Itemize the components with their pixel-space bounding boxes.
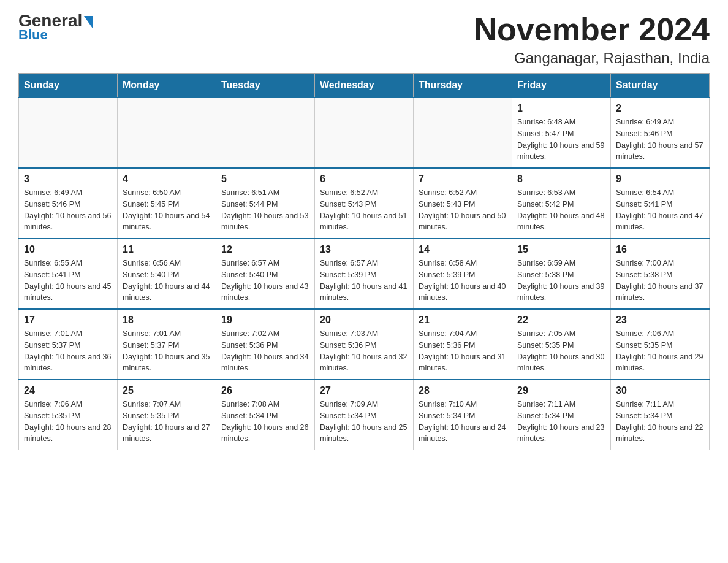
day-number: 3: [24, 174, 112, 185]
day-info: Sunrise: 7:01 AMSunset: 5:37 PMDaylight:…: [24, 328, 112, 374]
day-info: Sunrise: 7:10 AMSunset: 5:34 PMDaylight:…: [419, 399, 507, 445]
day-cell: [315, 98, 414, 168]
day-info: Sunrise: 7:02 AMSunset: 5:36 PMDaylight:…: [221, 328, 309, 374]
day-info: Sunrise: 6:59 AMSunset: 5:38 PMDaylight:…: [517, 258, 605, 304]
day-info: Sunrise: 7:04 AMSunset: 5:36 PMDaylight:…: [419, 328, 507, 374]
day-info: Sunrise: 7:07 AMSunset: 5:35 PMDaylight:…: [123, 399, 211, 445]
week-row-5: 24Sunrise: 7:06 AMSunset: 5:35 PMDayligh…: [19, 380, 710, 450]
day-number: 13: [320, 244, 408, 255]
page-subtitle: Ganganagar, Rajasthan, India: [474, 50, 710, 67]
day-info: Sunrise: 7:08 AMSunset: 5:34 PMDaylight:…: [221, 399, 309, 445]
day-cell: 8Sunrise: 6:53 AMSunset: 5:42 PMDaylight…: [512, 168, 611, 239]
day-info: Sunrise: 6:54 AMSunset: 5:41 PMDaylight:…: [616, 187, 704, 233]
day-info: Sunrise: 6:48 AMSunset: 5:47 PMDaylight:…: [517, 117, 605, 163]
day-number: 14: [419, 244, 507, 255]
day-info: Sunrise: 7:11 AMSunset: 5:34 PMDaylight:…: [517, 399, 605, 445]
day-info: Sunrise: 7:05 AMSunset: 5:35 PMDaylight:…: [517, 328, 605, 374]
day-info: Sunrise: 7:03 AMSunset: 5:36 PMDaylight:…: [320, 328, 408, 374]
day-cell: 23Sunrise: 7:06 AMSunset: 5:35 PMDayligh…: [611, 309, 710, 380]
day-cell: 6Sunrise: 6:52 AMSunset: 5:43 PMDaylight…: [315, 168, 414, 239]
day-info: Sunrise: 6:52 AMSunset: 5:43 PMDaylight:…: [419, 187, 507, 233]
day-cell: 20Sunrise: 7:03 AMSunset: 5:36 PMDayligh…: [315, 309, 414, 380]
day-info: Sunrise: 6:49 AMSunset: 5:46 PMDaylight:…: [24, 187, 112, 233]
day-number: 15: [517, 244, 605, 255]
day-info: Sunrise: 6:52 AMSunset: 5:43 PMDaylight:…: [320, 187, 408, 233]
title-block: November 2024 Ganganagar, Rajasthan, Ind…: [474, 12, 710, 67]
day-info: Sunrise: 7:06 AMSunset: 5:35 PMDaylight:…: [616, 328, 704, 374]
day-cell: 30Sunrise: 7:11 AMSunset: 5:34 PMDayligh…: [611, 380, 710, 450]
day-info: Sunrise: 6:58 AMSunset: 5:39 PMDaylight:…: [419, 258, 507, 304]
week-row-3: 10Sunrise: 6:55 AMSunset: 5:41 PMDayligh…: [19, 239, 710, 309]
day-number: 27: [320, 385, 408, 396]
day-cell: [19, 98, 118, 168]
page-header: General Blue November 2024 Ganganagar, R…: [18, 12, 710, 67]
day-cell: 10Sunrise: 6:55 AMSunset: 5:41 PMDayligh…: [19, 239, 118, 309]
day-cell: 28Sunrise: 7:10 AMSunset: 5:34 PMDayligh…: [414, 380, 512, 450]
day-cell: 12Sunrise: 6:57 AMSunset: 5:40 PMDayligh…: [216, 239, 315, 309]
day-header-monday: Monday: [118, 74, 216, 98]
day-number: 19: [221, 315, 309, 326]
day-info: Sunrise: 6:53 AMSunset: 5:42 PMDaylight:…: [517, 187, 605, 233]
day-info: Sunrise: 7:01 AMSunset: 5:37 PMDaylight:…: [123, 328, 211, 374]
day-number: 12: [221, 244, 309, 255]
day-cell: 26Sunrise: 7:08 AMSunset: 5:34 PMDayligh…: [216, 380, 315, 450]
day-number: 9: [616, 174, 704, 185]
day-info: Sunrise: 6:50 AMSunset: 5:45 PMDaylight:…: [123, 187, 211, 233]
day-number: 29: [517, 385, 605, 396]
logo-blue: Blue: [18, 27, 48, 43]
day-cell: 21Sunrise: 7:04 AMSunset: 5:36 PMDayligh…: [414, 309, 512, 380]
day-info: Sunrise: 6:55 AMSunset: 5:41 PMDaylight:…: [24, 258, 112, 304]
day-cell: 5Sunrise: 6:51 AMSunset: 5:44 PMDaylight…: [216, 168, 315, 239]
day-cell: 17Sunrise: 7:01 AMSunset: 5:37 PMDayligh…: [19, 309, 118, 380]
day-cell: 1Sunrise: 6:48 AMSunset: 5:47 PMDaylight…: [512, 98, 611, 168]
day-info: Sunrise: 7:00 AMSunset: 5:38 PMDaylight:…: [616, 258, 704, 304]
day-cell: [414, 98, 512, 168]
day-cell: 16Sunrise: 7:00 AMSunset: 5:38 PMDayligh…: [611, 239, 710, 309]
day-info: Sunrise: 6:57 AMSunset: 5:40 PMDaylight:…: [221, 258, 309, 304]
week-row-2: 3Sunrise: 6:49 AMSunset: 5:46 PMDaylight…: [19, 168, 710, 239]
day-info: Sunrise: 6:57 AMSunset: 5:39 PMDaylight:…: [320, 258, 408, 304]
logo: General Blue: [18, 12, 93, 43]
calendar-header: SundayMondayTuesdayWednesdayThursdayFrid…: [19, 74, 710, 98]
day-number: 11: [123, 244, 211, 255]
day-number: 18: [123, 315, 211, 326]
day-info: Sunrise: 6:49 AMSunset: 5:46 PMDaylight:…: [616, 117, 704, 163]
day-cell: 19Sunrise: 7:02 AMSunset: 5:36 PMDayligh…: [216, 309, 315, 380]
page-title: November 2024: [474, 12, 710, 47]
day-number: 6: [320, 174, 408, 185]
day-number: 8: [517, 174, 605, 185]
day-number: 26: [221, 385, 309, 396]
day-number: 17: [24, 315, 112, 326]
day-cell: [118, 98, 216, 168]
day-cell: 7Sunrise: 6:52 AMSunset: 5:43 PMDaylight…: [414, 168, 512, 239]
day-cell: 11Sunrise: 6:56 AMSunset: 5:40 PMDayligh…: [118, 239, 216, 309]
day-info: Sunrise: 6:51 AMSunset: 5:44 PMDaylight:…: [221, 187, 309, 233]
day-cell: 24Sunrise: 7:06 AMSunset: 5:35 PMDayligh…: [19, 380, 118, 450]
day-number: 30: [616, 385, 704, 396]
day-cell: 2Sunrise: 6:49 AMSunset: 5:46 PMDaylight…: [611, 98, 710, 168]
day-number: 2: [616, 103, 704, 114]
day-number: 10: [24, 244, 112, 255]
day-header-saturday: Saturday: [611, 74, 710, 98]
day-number: 20: [320, 315, 408, 326]
day-header-sunday: Sunday: [19, 74, 118, 98]
day-number: 22: [517, 315, 605, 326]
day-cell: [216, 98, 315, 168]
day-header-tuesday: Tuesday: [216, 74, 315, 98]
day-header-friday: Friday: [512, 74, 611, 98]
day-number: 25: [123, 385, 211, 396]
day-number: 4: [123, 174, 211, 185]
day-cell: 4Sunrise: 6:50 AMSunset: 5:45 PMDaylight…: [118, 168, 216, 239]
day-number: 16: [616, 244, 704, 255]
day-number: 23: [616, 315, 704, 326]
day-number: 1: [517, 103, 605, 114]
day-cell: 9Sunrise: 6:54 AMSunset: 5:41 PMDaylight…: [611, 168, 710, 239]
day-cell: 22Sunrise: 7:05 AMSunset: 5:35 PMDayligh…: [512, 309, 611, 380]
day-info: Sunrise: 7:11 AMSunset: 5:34 PMDaylight:…: [616, 399, 704, 445]
week-row-4: 17Sunrise: 7:01 AMSunset: 5:37 PMDayligh…: [19, 309, 710, 380]
day-cell: 29Sunrise: 7:11 AMSunset: 5:34 PMDayligh…: [512, 380, 611, 450]
day-cell: 25Sunrise: 7:07 AMSunset: 5:35 PMDayligh…: [118, 380, 216, 450]
day-info: Sunrise: 7:09 AMSunset: 5:34 PMDaylight:…: [320, 399, 408, 445]
day-cell: 13Sunrise: 6:57 AMSunset: 5:39 PMDayligh…: [315, 239, 414, 309]
day-header-wednesday: Wednesday: [315, 74, 414, 98]
